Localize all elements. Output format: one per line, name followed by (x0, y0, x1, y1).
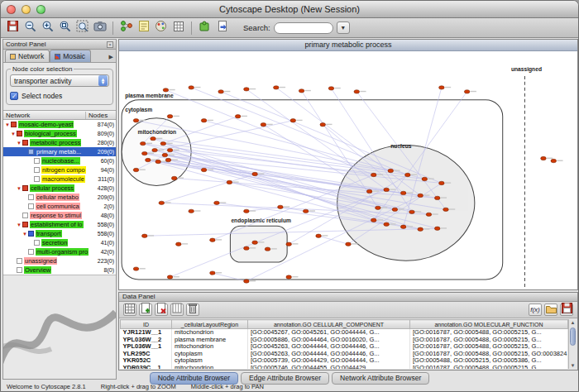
tree-row[interactable]: cell communica2(0) (3, 202, 116, 211)
function-builder-button[interactable]: f(x) (529, 304, 542, 316)
tree-row[interactable]: Overview8(0) (3, 265, 116, 275)
graph-node[interactable] (160, 141, 166, 145)
graph-node[interactable] (418, 227, 423, 231)
network-view-title[interactable]: primary metabolic process (119, 40, 577, 51)
graph-node[interactable] (210, 238, 216, 241)
graph-node[interactable] (162, 153, 168, 156)
tree-row[interactable]: response to stimul48(0) (3, 211, 116, 220)
graph-node[interactable] (392, 208, 398, 211)
graph-node[interactable] (140, 141, 146, 145)
table-row[interactable]: YKR052Ccytoplasm[GO:0005739, GO:0044429,… (121, 357, 568, 365)
graph-node[interactable] (384, 222, 390, 226)
close-icon[interactable]: × (107, 41, 113, 48)
table-cell[interactable]: mitochondrion (172, 329, 248, 337)
graph-node[interactable] (133, 119, 139, 122)
graph-node[interactable] (274, 86, 280, 89)
table-row[interactable]: YDR039C__1mitochondrion[GO:0005746, GO:0… (121, 365, 568, 370)
tab-mosaic[interactable]: Mosaic (50, 50, 91, 62)
graph-node[interactable] (376, 206, 381, 209)
graph-node[interactable] (405, 173, 411, 176)
table-cell[interactable]: mitochondrion (172, 343, 248, 351)
table-cell[interactable]: [GO:0016787, GO:0005488, GO:0005215, GO:… (410, 351, 568, 358)
tree-row[interactable]: cellular metabo209(0) (3, 193, 116, 202)
table-cell[interactable]: cytoplasm (172, 351, 248, 358)
create-attribute-icon[interactable] (139, 304, 152, 316)
table-cell[interactable]: YDR039C__1 (121, 365, 172, 370)
table-row[interactable]: YLR295Ccytoplasm[GO:0045263, GO:0044444,… (121, 351, 568, 358)
graph-node[interactable] (443, 208, 449, 211)
graph-node[interactable] (303, 209, 309, 213)
table-cell[interactable]: [GO:0045263, GO:0044444, GO:0044446, G..… (248, 343, 410, 351)
graph-node[interactable] (299, 89, 304, 93)
table-cell[interactable]: mitochondrion (172, 365, 248, 370)
graph-node[interactable] (133, 267, 139, 270)
graph-node[interactable] (261, 123, 266, 127)
graph-node[interactable] (244, 88, 250, 91)
graph-node[interactable] (320, 123, 326, 127)
graph-node[interactable] (290, 119, 296, 122)
graph-node[interactable] (409, 210, 415, 213)
graph-node[interactable] (152, 148, 158, 151)
graph-node[interactable] (286, 242, 292, 246)
graph-node[interactable] (426, 213, 432, 216)
graph-node[interactable] (159, 201, 165, 204)
scrollbar-thumb[interactable] (570, 327, 576, 346)
graph-node[interactable] (141, 234, 147, 237)
graph-node[interactable] (151, 136, 156, 140)
tree-row[interactable]: macromolecule311(0) (3, 174, 116, 184)
zoom-out-button[interactable] (22, 20, 38, 36)
clear-attribute-icon[interactable] (170, 304, 184, 316)
table-cell[interactable]: [GO:0016787, GO:0005488, GO:0005215, G..… (410, 337, 568, 344)
table-cell[interactable]: [GO:0045267, GO:0045261, GO:0044444, G..… (248, 329, 410, 337)
select-nodes-row[interactable]: ✓ Select nodes (10, 92, 109, 100)
tab-network[interactable]: Network (5, 50, 50, 62)
plugins-button[interactable] (197, 20, 213, 36)
tree-row[interactable]: nucleobase...60(0) (3, 156, 116, 165)
table-cell[interactable]: [GO:0005488, GO:0005215, GO:0005386, G..… (410, 357, 568, 365)
select-nodes-checkbox[interactable]: ✓ (10, 92, 18, 100)
col-id[interactable]: ID (121, 320, 172, 329)
table-cell[interactable]: [GO:0005746, GO:0044455, GO:0044429, ... (248, 365, 410, 370)
graph-node[interactable] (146, 158, 151, 161)
graph-node[interactable] (163, 88, 169, 92)
tree-row[interactable]: nitrogen compo94(0) (3, 165, 116, 174)
tree-col-network[interactable]: Network (3, 112, 86, 119)
graph-node[interactable] (265, 247, 270, 251)
graph-node[interactable] (189, 209, 194, 213)
data-panel-title[interactable]: Data Panel (119, 293, 577, 302)
graph-node[interactable] (439, 181, 445, 184)
scroll-up-icon[interactable]: ▲ (569, 320, 577, 325)
graph-node[interactable] (422, 177, 428, 180)
graph-node[interactable] (328, 87, 334, 90)
network-button[interactable] (118, 20, 134, 36)
table-cell[interactable]: YKR052C (121, 357, 172, 365)
graph-node[interactable] (244, 246, 250, 250)
table-cell[interactable]: YJR121W__1 (121, 329, 172, 337)
graph-node[interactable] (235, 115, 241, 118)
graph-node[interactable] (400, 225, 406, 228)
table-cell[interactable]: YPL036W__1 (121, 343, 172, 351)
graph-node[interactable] (133, 168, 139, 171)
zoom-button[interactable] (36, 5, 45, 14)
snapshot-button[interactable] (92, 20, 108, 36)
zoom-selected-button[interactable] (57, 20, 73, 36)
table-cell[interactable]: [GO:0016787, GO:0005488, GO:0005215, G..… (410, 365, 568, 370)
graph-node[interactable] (286, 275, 292, 279)
search-config-button[interactable]: ▾ (337, 22, 350, 34)
table-cell[interactable]: YLR295C (121, 351, 172, 358)
graph-node[interactable] (371, 218, 376, 222)
table-cell[interactable]: YPL036W__2 (121, 337, 172, 344)
expand-arrow-icon[interactable]: ▼ (22, 232, 28, 237)
tree-row[interactable]: ▼mosaic-demo-yeast874(0) (3, 120, 116, 129)
graph-node[interactable] (384, 188, 390, 191)
table-cell[interactable]: [GO:0045263, GO:0044444, GO:0044446, G..… (248, 351, 410, 358)
col-layout-region[interactable]: _cellularLayoutRegion (172, 320, 248, 329)
network-canvas[interactable]: plasma membranecytoplasmmitochondrionnuc… (119, 51, 577, 289)
graph-node[interactable] (218, 90, 224, 93)
graph-node[interactable] (167, 115, 173, 118)
col-molecular-function[interactable]: annotation.GO MOLECULAR_FUNCTION (410, 320, 568, 329)
graph-node[interactable] (434, 196, 440, 199)
trash-icon[interactable] (186, 304, 199, 316)
graph-node[interactable] (400, 191, 406, 194)
graph-node[interactable] (167, 275, 173, 279)
